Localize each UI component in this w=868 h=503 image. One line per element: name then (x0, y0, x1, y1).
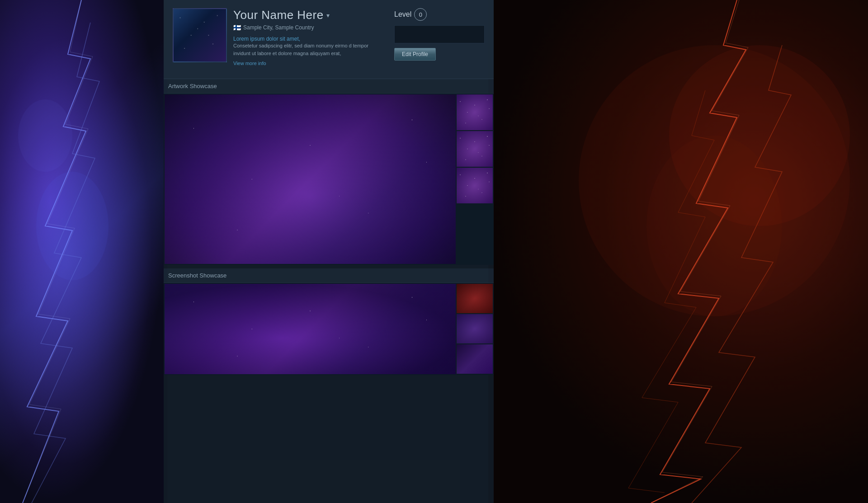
lightning-right-overlay (488, 0, 868, 503)
profile-name: Your Name Here (233, 8, 324, 22)
level-progress-bar (394, 25, 485, 43)
screenshot-grid (164, 283, 494, 375)
screenshot-main-image[interactable] (165, 284, 456, 374)
svg-point-0 (36, 172, 108, 280)
profile-info: Your Name Here ▾ 🇫🇮 Sample City, Sample … (233, 8, 390, 71)
artwork-showcase-title: Artwork Showcase (164, 79, 494, 94)
screenshot-showcase-section: Screenshot Showcase (164, 268, 494, 379)
screenshot-thumbnails (457, 284, 493, 374)
level-value: 0 (419, 11, 422, 18)
dropdown-arrow-icon[interactable]: ▾ (326, 12, 330, 19)
artwork-grid (164, 94, 494, 265)
svg-point-1 (18, 99, 72, 172)
profile-location: 🇫🇮 Sample City, Sample Country (233, 24, 390, 31)
profile-header: Your Name Here ▾ 🇫🇮 Sample City, Sample … (164, 0, 494, 79)
center-panel: Your Name Here ▾ 🇫🇮 Sample City, Sample … (164, 0, 494, 503)
view-more-link[interactable]: View more info (233, 61, 390, 66)
flag-icon: 🇫🇮 (233, 24, 241, 31)
stars-overlay-t1 (457, 94, 493, 130)
svg-point-5 (646, 136, 782, 316)
artwork-thumb-3[interactable] (457, 168, 493, 203)
profile-left-section: Your Name Here ▾ 🇫🇮 Sample City, Sample … (173, 8, 390, 71)
location-text: Sample City, Sample Country (243, 24, 314, 31)
bio-highlight: Lorem ipsum dolor sit amet, (233, 36, 390, 42)
profile-name-row: Your Name Here ▾ (233, 8, 390, 22)
edit-profile-button[interactable]: Edit Profile (394, 48, 436, 61)
artwork-thumbnails (457, 94, 493, 264)
background-right (488, 0, 868, 503)
stars-overlay-t2 (457, 131, 493, 167)
artwork-thumb-2[interactable] (457, 131, 493, 167)
level-badge: 0 (414, 8, 427, 21)
stars-overlay-t3 (457, 168, 493, 203)
lightning-left-overlay (0, 0, 167, 503)
profile-bio: Lorem ipsum dolor sit amet, Consetetur s… (233, 36, 390, 57)
screenshot-thumb-3[interactable] (457, 344, 493, 374)
artwork-thumb-1[interactable] (457, 94, 493, 130)
avatar-container (173, 8, 227, 71)
artwork-showcase-section: Artwork Showcase (164, 79, 494, 268)
background-left (0, 0, 167, 503)
level-label: Level (394, 10, 411, 19)
screenshot-thumb-2[interactable] (457, 314, 493, 343)
artwork-main-image[interactable] (165, 94, 456, 264)
screenshot-showcase-title: Screenshot Showcase (164, 268, 494, 283)
bio-text: Consetetur sadipscing elitr, sed diam no… (233, 42, 378, 57)
level-row: Level 0 (394, 8, 427, 21)
screenshot-stars (165, 284, 456, 374)
avatar (173, 8, 227, 62)
profile-right-section: Level 0 Edit Profile (390, 8, 485, 71)
stars-overlay (165, 94, 456, 264)
screenshot-thumb-1[interactable] (457, 284, 493, 313)
